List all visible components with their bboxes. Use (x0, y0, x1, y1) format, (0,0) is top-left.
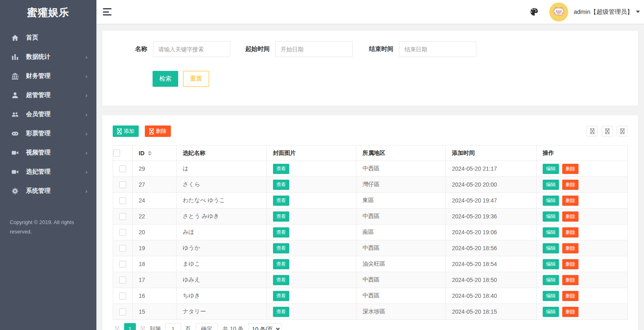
cell-time: 2024-05-20 18:54 (446, 256, 537, 272)
reset-button[interactable]: 重置 (183, 71, 209, 87)
view-cover-button[interactable]: 查看 (273, 164, 289, 174)
table-tool-print-button[interactable] (617, 126, 628, 136)
view-cover-button[interactable]: 查看 (273, 243, 289, 253)
start-date-input[interactable] (275, 41, 353, 57)
row-checkbox[interactable] (119, 165, 126, 172)
table-row: 27 さくら 查看 灣仔區 2024-05-20 20:00 编辑删除 (113, 177, 628, 193)
tool-icon (590, 128, 594, 134)
keyword-input[interactable] (153, 41, 230, 57)
sidebar-item-superadmin[interactable]: 超管管理 › (0, 86, 96, 105)
prev-icon (115, 326, 119, 330)
batch-delete-button[interactable]: 删除 (145, 125, 171, 137)
goto-confirm-button[interactable]: 确定 (196, 323, 218, 330)
sidebar: 蜜獾娱乐 首页 数据统计 › 财务管理 › (0, 0, 96, 330)
end-date-input[interactable] (399, 41, 476, 57)
goto-page-input[interactable] (165, 323, 181, 330)
page-size-select[interactable]: 10 条/页 (248, 323, 282, 330)
cell-time: 2024-05-20 20:00 (446, 177, 537, 193)
row-checkbox[interactable] (119, 277, 126, 284)
edit-button[interactable]: 编辑 (543, 307, 559, 317)
sidebar-item-lottery[interactable]: 彩票管理 › (0, 124, 96, 143)
delete-row-button[interactable]: 删除 (562, 243, 579, 253)
cell-region: 中西區 (356, 161, 446, 177)
edit-button[interactable]: 编辑 (543, 211, 559, 222)
row-checkbox[interactable] (119, 261, 126, 268)
delete-row-button[interactable]: 删除 (562, 196, 579, 206)
cell-time: 2024-05-20 18:56 (446, 240, 537, 256)
edit-button[interactable]: 编辑 (543, 196, 559, 206)
sidebar-item-videos[interactable]: 视频管理 › (0, 143, 96, 162)
edit-button[interactable]: 编辑 (543, 275, 559, 285)
delete-row-button[interactable]: 删除 (562, 291, 579, 301)
delete-row-button[interactable]: 删除 (562, 307, 579, 317)
delete-row-button[interactable]: 删除 (562, 211, 579, 222)
edit-button[interactable]: 编辑 (543, 227, 559, 238)
edit-button[interactable]: 编辑 (543, 243, 559, 253)
cell-id: 22 (133, 209, 177, 224)
delete-row-button[interactable]: 删除 (562, 275, 579, 285)
row-checkbox[interactable] (119, 308, 126, 315)
view-cover-button[interactable]: 查看 (273, 291, 289, 301)
edit-button[interactable]: 编辑 (543, 259, 559, 269)
view-cover-button[interactable]: 查看 (273, 275, 289, 285)
theme-palette-icon[interactable] (528, 6, 540, 18)
delete-row-button[interactable]: 删除 (562, 164, 579, 174)
row-checkbox[interactable] (119, 197, 126, 204)
username-text: admin【超级管理员】 (574, 8, 633, 16)
sidebar-item-label: 首页 (26, 34, 87, 42)
delete-row-button[interactable]: 删除 (562, 227, 579, 238)
select-all-checkbox[interactable] (113, 150, 120, 156)
menu-toggle-icon[interactable] (103, 8, 113, 15)
row-checkbox[interactable] (119, 181, 126, 188)
edit-button[interactable]: 编辑 (543, 291, 559, 301)
sort-icon[interactable] (148, 151, 152, 156)
main-area: admin【超级管理员】 名称 起始时间 (96, 0, 644, 330)
chevron-right-icon: › (85, 73, 87, 79)
row-checkbox[interactable] (119, 293, 126, 299)
pagination-next-button[interactable] (141, 326, 145, 330)
pagination-page-1[interactable]: 1 (124, 323, 136, 330)
row-checkbox[interactable] (119, 213, 126, 220)
view-cover-button[interactable]: 查看 (273, 196, 289, 206)
table-row: 22 さとう みゆき 查看 中西區 2024-05-20 19:36 编辑删除 (113, 209, 628, 224)
user-menu[interactable]: admin【超级管理员】 (574, 8, 640, 16)
sidebar-item-finance[interactable]: 财务管理 › (0, 66, 96, 86)
table-row: 17 ゆみえ 查看 中西區 2024-05-20 18:50 编辑删除 (113, 272, 628, 288)
cell-name: みほ (177, 224, 267, 240)
tool-icon (620, 128, 624, 134)
user-avatar[interactable] (549, 2, 568, 22)
search-button[interactable]: 检索 (153, 71, 178, 87)
sidebar-item-home[interactable]: 首页 (0, 28, 96, 47)
sidebar-item-members[interactable]: 会员管理 › (0, 105, 96, 124)
view-cover-button[interactable]: 查看 (273, 227, 289, 238)
column-header-id[interactable]: ID (139, 150, 144, 156)
sidebar-item-label: 会员管理 (26, 110, 85, 118)
cell-region: 中西區 (356, 272, 446, 288)
table-tool-filter-button[interactable] (587, 126, 598, 136)
delete-row-button[interactable]: 删除 (562, 259, 579, 269)
edit-button[interactable]: 编辑 (543, 164, 559, 174)
video-camera-icon (11, 168, 19, 176)
table-tool-export-button[interactable] (602, 126, 613, 136)
view-cover-button[interactable]: 查看 (273, 211, 289, 222)
add-button[interactable]: 添加 (113, 125, 139, 137)
view-cover-button[interactable]: 查看 (273, 180, 289, 190)
row-checkbox[interactable] (119, 245, 126, 252)
sidebar-item-label: 财务管理 (26, 72, 85, 80)
view-cover-button[interactable]: 查看 (273, 307, 289, 317)
next-icon (141, 326, 145, 330)
row-checkbox[interactable] (119, 229, 126, 236)
sidebar-item-system[interactable]: 系统管理 › (0, 181, 96, 200)
view-cover-button[interactable]: 查看 (273, 259, 289, 269)
sidebar-item-concubine[interactable]: 选妃管理 › (0, 162, 96, 181)
table-row: 19 ゆうか 查看 中西區 2024-05-20 18:56 编辑删除 (113, 240, 628, 256)
edit-button[interactable]: 编辑 (543, 180, 559, 190)
pagination-prev-button[interactable] (115, 326, 119, 330)
delete-row-button[interactable]: 删除 (562, 180, 579, 190)
sidebar-nav: 首页 数据统计 › 财务管理 › 超管管理 (0, 28, 96, 200)
sidebar-item-stats[interactable]: 数据统计 › (0, 47, 96, 66)
delete-icon (149, 128, 154, 134)
chevron-right-icon: › (85, 150, 87, 156)
end-time-label: 结束时间 (369, 45, 393, 53)
user-icon (11, 92, 19, 99)
